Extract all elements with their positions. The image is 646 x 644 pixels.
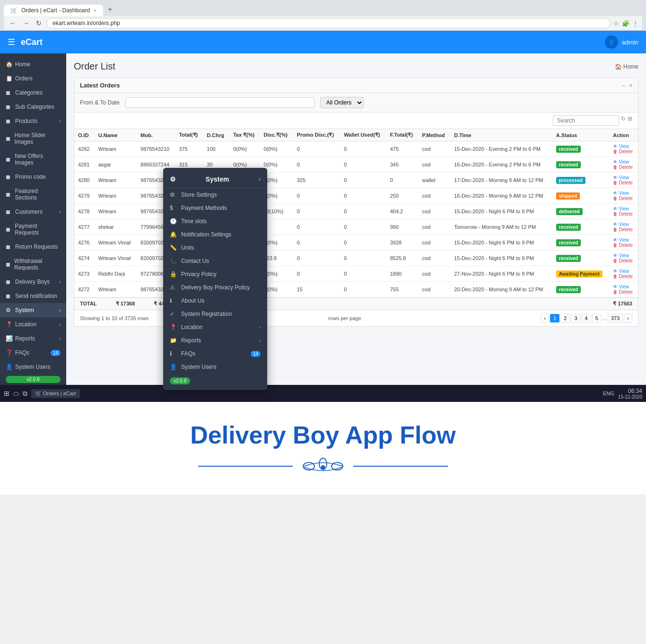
- taskbar-app[interactable]: 🛒 Orders | eCart: [31, 389, 80, 398]
- dropdown-item-about-us[interactable]: ℹ About Us: [163, 294, 267, 307]
- sidebar-item-payment-requests[interactable]: ◼ Payment Requests: [0, 219, 66, 240]
- columns-icon[interactable]: ⊞: [628, 115, 632, 126]
- navbar-toggle[interactable]: ☰: [8, 37, 15, 47]
- view-link[interactable]: 👁 View: [613, 144, 634, 149]
- search-taskbar-icon[interactable]: ⬭: [13, 390, 19, 398]
- view-link[interactable]: 👁 View: [613, 159, 634, 165]
- delete-link[interactable]: 🗑 Delete: [613, 227, 634, 232]
- extensions-icon[interactable]: 🧩: [622, 20, 629, 27]
- system-arrow: ›: [59, 308, 61, 313]
- dropdown-item-faqs[interactable]: ℹ FAQs 14: [163, 347, 267, 360]
- dropdown-item-system-users[interactable]: 👤 System Users: [163, 360, 267, 374]
- page-last[interactable]: 373: [608, 314, 623, 322]
- sidebar-item-orders[interactable]: 📋 Orders: [0, 71, 66, 86]
- sidebar-item-system[interactable]: ⚙ System ›: [0, 303, 66, 317]
- delete-link[interactable]: 🗑 Delete: [613, 289, 634, 295]
- view-link[interactable]: 👁 View: [613, 191, 634, 196]
- delete-link[interactable]: 🗑 Delete: [613, 149, 634, 154]
- delete-link[interactable]: 🗑 Delete: [613, 211, 634, 217]
- taskview-icon[interactable]: ⧉: [23, 390, 27, 398]
- dropdown-item-delivery-boy-privacy[interactable]: ⚠ Delivery Boy Privacy Policy: [163, 281, 267, 294]
- system-dropdown-menu[interactable]: ⚙ System › ⚙ Store Settings $ Payment Me…: [163, 168, 267, 390]
- dropdown-item-privacy-policy[interactable]: 🔒 Privacy Policy: [163, 268, 267, 281]
- decoration-left-line: [198, 466, 293, 467]
- forward-button[interactable]: →: [21, 18, 31, 28]
- dropdown-item-time-slots[interactable]: 🕐 Time slots: [163, 215, 267, 228]
- sidebar-item-slider[interactable]: ◼ Home Slider Images: [0, 128, 66, 149]
- view-link[interactable]: 👁 View: [613, 206, 634, 211]
- cell-wallet: 0: [340, 141, 386, 157]
- menu-icon[interactable]: ⋮: [632, 20, 638, 27]
- sidebar-label-return: Return Requests: [15, 244, 58, 250]
- sidebar-item-return[interactable]: ◼ Return Requests: [0, 240, 66, 254]
- sidebar-item-offers[interactable]: ◼ New Offers Images: [0, 149, 66, 170]
- view-link[interactable]: 👁 View: [613, 222, 634, 227]
- page-3[interactable]: 3: [571, 314, 580, 322]
- sidebar-label-products: Products: [15, 118, 37, 124]
- sidebar-item-promo[interactable]: ◼ Promo code: [0, 170, 66, 184]
- delete-link[interactable]: 🗑 Delete: [613, 165, 634, 170]
- dropdown-item-payment-methods[interactable]: $ Payment Methods: [163, 201, 267, 215]
- dropdown-item-store-settings[interactable]: ⚙ Store Settings: [163, 188, 267, 201]
- sidebar-item-delivery-boys[interactable]: ◼ Delivery Boys ›: [0, 275, 66, 289]
- sidebar-label-system: System: [15, 307, 34, 313]
- dropdown-item-contact-us[interactable]: 📞 Contact Us: [163, 254, 267, 268]
- prev-page[interactable]: ‹: [541, 314, 550, 322]
- delete-link[interactable]: 🗑 Delete: [613, 274, 634, 279]
- close-table-icon[interactable]: ×: [629, 82, 632, 89]
- sidebar-item-location[interactable]: 📍 Location ›: [0, 317, 66, 331]
- windows-icon[interactable]: ⊞: [4, 390, 9, 397]
- refresh-button[interactable]: ↻: [34, 18, 44, 28]
- sidebar-item-featured[interactable]: ◼ Featured Sections: [0, 184, 66, 205]
- page-5[interactable]: 5: [592, 314, 602, 322]
- delete-link[interactable]: 🗑 Delete: [613, 243, 634, 248]
- dropdown-item-location[interactable]: 📍 Location ›: [163, 321, 267, 334]
- delete-link[interactable]: 🗑 Delete: [613, 180, 634, 185]
- next-page[interactable]: ›: [624, 314, 632, 322]
- navbar-right: 👤 admin: [605, 35, 638, 49]
- sidebar-item-subcategories[interactable]: ◼ Sub Categories: [0, 100, 66, 114]
- breadcrumb-home[interactable]: 🏠: [615, 63, 622, 70]
- sidebar-item-home[interactable]: 🏠 Home: [0, 57, 66, 71]
- view-link[interactable]: 👁 View: [613, 284, 634, 289]
- delete-link[interactable]: 🗑 Delete: [613, 258, 634, 263]
- page-2[interactable]: 2: [560, 314, 570, 322]
- page-4[interactable]: 4: [582, 314, 591, 322]
- view-link[interactable]: 👁 View: [613, 237, 634, 243]
- back-button[interactable]: ←: [8, 18, 18, 28]
- bookmark-icon[interactable]: ☆: [613, 20, 619, 27]
- date-filter-input[interactable]: [125, 97, 314, 108]
- sidebar-item-withdrawal[interactable]: ◼ Withdrawal Requests: [0, 254, 66, 275]
- search-input[interactable]: [553, 115, 619, 126]
- page-1[interactable]: 1: [550, 314, 559, 322]
- new-tab-button[interactable]: +: [103, 3, 117, 16]
- delete-link[interactable]: 🗑 Delete: [613, 196, 634, 201]
- dropdown-item-system-registration[interactable]: ✓ System Registration: [163, 307, 267, 321]
- sidebar-item-faqs[interactable]: ❓ FAQs 14: [0, 346, 66, 360]
- reports-icon: 📊: [6, 335, 12, 342]
- sidebar-item-system-users[interactable]: 👤 System Users: [0, 360, 66, 374]
- sidebar-label-notification: Send notification: [15, 293, 57, 299]
- view-link[interactable]: 👁 View: [613, 269, 634, 274]
- refresh-table-icon[interactable]: ↻: [621, 115, 626, 126]
- tab-close-button[interactable]: ×: [94, 8, 96, 13]
- sidebar-item-notification[interactable]: ◼ Send notification: [0, 289, 66, 303]
- sidebar-item-products[interactable]: ◼ Products ›: [0, 114, 66, 128]
- dropdown-delivery-boy-privacy-label: Delivery Boy Privacy Policy: [181, 284, 250, 291]
- products-icon: ◼: [6, 118, 12, 124]
- orders-filter-select[interactable]: All Orders: [320, 97, 364, 108]
- view-link[interactable]: 👁 View: [613, 253, 634, 258]
- sidebar-item-customers[interactable]: ◼ Customers ›: [0, 205, 66, 219]
- address-bar[interactable]: ekart.wrteam.in/orders.php: [46, 18, 611, 28]
- dropdown-item-units[interactable]: 📏 Units: [163, 241, 267, 254]
- dropdown-item-notification-settings[interactable]: 🔔 Notification Settings: [163, 228, 267, 241]
- minimize-icon[interactable]: −: [622, 82, 625, 89]
- cell-promo: 0: [293, 266, 340, 282]
- view-link[interactable]: 👁 View: [613, 175, 634, 180]
- browser-tab[interactable]: 🛒 Orders | eCart - Dashboard ×: [4, 5, 103, 16]
- cell-dtime: 16-Dec-2020 - Evening 2 PM to 6 PM: [450, 157, 552, 173]
- dropdown-item-reports[interactable]: 📁 Reports ›: [163, 334, 267, 347]
- sidebar-item-reports[interactable]: 📊 Reports ›: [0, 331, 66, 346]
- cell-pmethod: cod: [419, 235, 451, 251]
- sidebar-item-categories[interactable]: ◼ Categories: [0, 86, 66, 100]
